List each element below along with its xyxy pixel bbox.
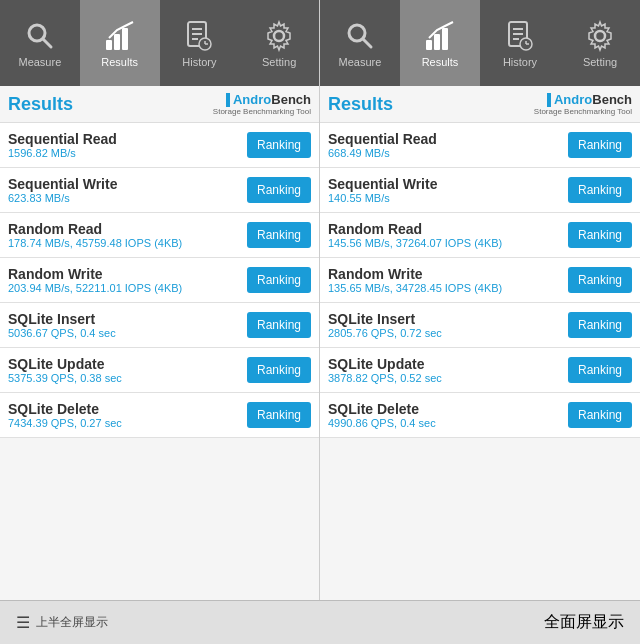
right-result-info-4: Random Write 135.65 MB/s, 34728.45 IOPS … <box>328 266 502 294</box>
left-result-value-7: 7434.39 QPS, 0.27 sec <box>8 417 122 429</box>
left-nav-history-label: History <box>182 56 216 68</box>
left-result-name-6: SQLite Update <box>8 356 122 372</box>
left-result-name-3: Random Read <box>8 221 182 237</box>
right-nav-history[interactable]: History <box>480 0 560 86</box>
svg-point-12 <box>274 31 284 41</box>
right-result-item-3: Random Read 145.56 MB/s, 37264.07 IOPS (… <box>320 213 640 258</box>
left-nav-history[interactable]: History <box>160 0 240 86</box>
right-nav-setting-label: Setting <box>583 56 617 68</box>
right-result-item-7: SQLite Delete 4990.86 QPS, 0.4 sec Ranki… <box>320 393 640 438</box>
left-nav-bar: Measure Results <box>0 0 319 86</box>
left-result-name-7: SQLite Delete <box>8 401 122 417</box>
bottom-left-area: ☰ 上半全屏显示 <box>16 613 108 632</box>
right-gear-icon <box>584 20 616 52</box>
right-panel: Measure Results <box>320 0 640 600</box>
bottom-left-text: 上半全屏显示 <box>36 614 108 631</box>
right-ranking-btn-2[interactable]: Ranking <box>568 177 632 203</box>
right-ranking-btn-6[interactable]: Ranking <box>568 357 632 383</box>
left-result-name-2: Sequential Write <box>8 176 117 192</box>
search-icon <box>24 20 56 52</box>
left-results-header: Results AndroBench Storage Benchmarking … <box>0 86 319 123</box>
left-nav-measure-label: Measure <box>18 56 61 68</box>
right-nav-bar: Measure Results <box>320 0 640 86</box>
left-result-item-7: SQLite Delete 7434.39 QPS, 0.27 sec Rank… <box>0 393 319 438</box>
right-nav-measure-label: Measure <box>339 56 382 68</box>
left-nav-results[interactable]: Results <box>80 0 160 86</box>
right-result-value-2: 140.55 MB/s <box>328 192 437 204</box>
left-ranking-btn-5[interactable]: Ranking <box>247 312 311 338</box>
right-ranking-btn-4[interactable]: Ranking <box>568 267 632 293</box>
right-search-icon <box>344 20 376 52</box>
svg-rect-15 <box>426 40 432 50</box>
left-ranking-btn-7[interactable]: Ranking <box>247 402 311 428</box>
left-results-title: Results <box>8 94 73 115</box>
svg-line-1 <box>43 39 51 47</box>
right-doc-icon <box>504 20 536 52</box>
chart-icon <box>104 20 136 52</box>
left-result-value-2: 623.83 MB/s <box>8 192 117 204</box>
left-nav-measure[interactable]: Measure <box>0 0 80 86</box>
bottom-right-text[interactable]: 全面屏显示 <box>544 612 624 633</box>
left-result-info-3: Random Read 178.74 MB/s, 45759.48 IOPS (… <box>8 221 182 249</box>
gear-icon <box>263 20 295 52</box>
left-result-item-6: SQLite Update 5375.39 QPS, 0.38 sec Rank… <box>0 348 319 393</box>
right-logo-sub: Storage Benchmarking Tool <box>534 107 632 116</box>
left-ranking-btn-4[interactable]: Ranking <box>247 267 311 293</box>
left-result-item-2: Sequential Write 623.83 MB/s Ranking <box>0 168 319 213</box>
left-nav-results-label: Results <box>101 56 138 68</box>
left-ranking-btn-6[interactable]: Ranking <box>247 357 311 383</box>
right-result-name-2: Sequential Write <box>328 176 437 192</box>
left-nav-setting-label: Setting <box>262 56 296 68</box>
right-result-item-5: SQLite Insert 2805.76 QPS, 0.72 sec Rank… <box>320 303 640 348</box>
left-ranking-btn-1[interactable]: Ranking <box>247 132 311 158</box>
right-result-name-1: Sequential Read <box>328 131 437 147</box>
right-nav-setting[interactable]: Setting <box>560 0 640 86</box>
right-result-value-6: 3878.82 QPS, 0.52 sec <box>328 372 442 384</box>
right-result-item-2: Sequential Write 140.55 MB/s Ranking <box>320 168 640 213</box>
left-result-item-3: Random Read 178.74 MB/s, 45759.48 IOPS (… <box>0 213 319 258</box>
right-result-value-5: 2805.76 QPS, 0.72 sec <box>328 327 442 339</box>
left-logo-sub: Storage Benchmarking Tool <box>213 107 311 116</box>
left-result-value-4: 203.94 MB/s, 52211.01 IOPS (4KB) <box>8 282 182 294</box>
left-result-value-3: 178.74 MB/s, 45759.48 IOPS (4KB) <box>8 237 182 249</box>
menu-icon: ☰ <box>16 613 30 632</box>
right-nav-results[interactable]: Results <box>400 0 480 86</box>
left-logo-bar-rect <box>226 93 230 107</box>
left-result-value-5: 5036.67 QPS, 0.4 sec <box>8 327 116 339</box>
left-nav-setting[interactable]: Setting <box>239 0 319 86</box>
right-result-info-2: Sequential Write 140.55 MB/s <box>328 176 437 204</box>
right-result-item-6: SQLite Update 3878.82 QPS, 0.52 sec Rank… <box>320 348 640 393</box>
right-result-info-1: Sequential Read 668.49 MB/s <box>328 131 437 159</box>
right-ranking-btn-7[interactable]: Ranking <box>568 402 632 428</box>
right-ranking-btn-1[interactable]: Ranking <box>568 132 632 158</box>
right-result-name-7: SQLite Delete <box>328 401 436 417</box>
left-logo-text: AndroBench <box>233 92 311 107</box>
svg-line-14 <box>363 39 371 47</box>
right-logo-bar-rect <box>547 93 551 107</box>
left-result-info-7: SQLite Delete 7434.39 QPS, 0.27 sec <box>8 401 122 429</box>
right-result-value-4: 135.65 MB/s, 34728.45 IOPS (4KB) <box>328 282 502 294</box>
right-results-title: Results <box>328 94 393 115</box>
left-result-item-5: SQLite Insert 5036.67 QPS, 0.4 sec Ranki… <box>0 303 319 348</box>
right-ranking-btn-5[interactable]: Ranking <box>568 312 632 338</box>
left-result-name-1: Sequential Read <box>8 131 117 147</box>
left-result-value-1: 1596.82 MB/s <box>8 147 117 159</box>
doc-icon <box>183 20 215 52</box>
right-nav-results-label: Results <box>422 56 459 68</box>
right-nav-measure[interactable]: Measure <box>320 0 400 86</box>
left-ranking-btn-2[interactable]: Ranking <box>247 177 311 203</box>
dual-panel: Measure Results <box>0 0 640 600</box>
right-result-info-7: SQLite Delete 4990.86 QPS, 0.4 sec <box>328 401 436 429</box>
svg-rect-2 <box>106 40 112 50</box>
svg-rect-17 <box>442 28 448 50</box>
svg-point-25 <box>595 31 605 41</box>
left-ranking-btn-3[interactable]: Ranking <box>247 222 311 248</box>
svg-rect-4 <box>122 28 128 50</box>
right-result-name-5: SQLite Insert <box>328 311 442 327</box>
right-androbench-logo: AndroBench Storage Benchmarking Tool <box>534 92 632 116</box>
left-result-name-5: SQLite Insert <box>8 311 116 327</box>
right-result-info-6: SQLite Update 3878.82 QPS, 0.52 sec <box>328 356 442 384</box>
svg-rect-3 <box>114 34 120 50</box>
left-result-info-1: Sequential Read 1596.82 MB/s <box>8 131 117 159</box>
right-ranking-btn-3[interactable]: Ranking <box>568 222 632 248</box>
